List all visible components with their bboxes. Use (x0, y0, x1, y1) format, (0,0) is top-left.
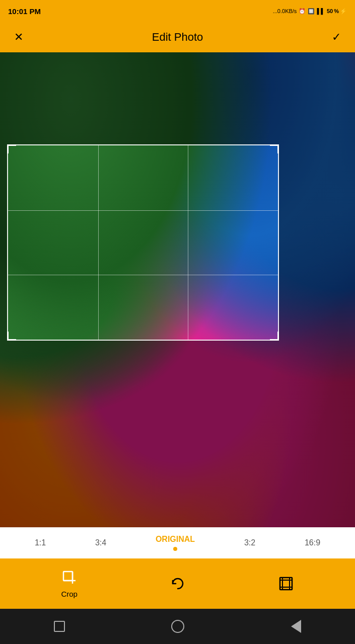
alarm-icon: ⏰ (299, 8, 306, 15)
phone-shell: 10:01 PM ...0.0KB/s ⏰ 🔲 ▌▌ 50 % ⚡ ✕ Edit… (0, 0, 355, 644)
overlay-bottom (0, 341, 355, 527)
rotate-icon (170, 576, 186, 592)
crop-icon (61, 570, 78, 586)
crop-tool-button[interactable]: Crop (51, 566, 88, 602)
tool-bar: Crop (0, 558, 355, 609)
status-time: 10:01 PM (8, 7, 41, 16)
svg-rect-4 (282, 580, 290, 587)
nav-home-icon (171, 620, 184, 633)
nav-bar (0, 609, 355, 644)
aspect-ratio-bar: 1:1 3:4 ORIGINAL 3:2 16:9 (0, 527, 355, 558)
sim-icon: 🔲 (308, 8, 315, 15)
app-bar: ✕ Edit Photo ✓ (0, 22, 355, 52)
network-speed: ...0.0KB/s (273, 8, 297, 14)
bottom-panel: 1:1 3:4 ORIGINAL 3:2 16:9 (0, 527, 355, 609)
photo-area (0, 52, 355, 527)
aspect-option-original[interactable]: ORIGINAL (150, 531, 201, 555)
status-bar: 10:01 PM ...0.0KB/s ⏰ 🔲 ▌▌ 50 % ⚡ (0, 0, 355, 22)
overlay-right (279, 144, 355, 341)
nav-recent-button[interactable] (49, 616, 69, 636)
expand-tool-button[interactable] (268, 572, 304, 596)
aspect-option-1-1[interactable]: 1:1 (29, 534, 52, 551)
nav-home-button[interactable] (168, 616, 188, 636)
crop-tool-label: Crop (61, 590, 78, 598)
svg-rect-0 (63, 572, 73, 581)
svg-rect-3 (280, 578, 292, 590)
page-title: Edit Photo (152, 31, 203, 44)
battery-icon: 50 % ⚡ (327, 8, 347, 15)
aspect-label-3-4: 3:4 (95, 538, 106, 547)
rotate-tool-button[interactable] (160, 572, 196, 596)
aspect-label-1-1: 1:1 (35, 538, 46, 547)
expand-icon (278, 576, 294, 592)
status-icons: ...0.0KB/s ⏰ 🔲 ▌▌ 50 % ⚡ (273, 8, 347, 15)
aspect-label-original: ORIGINAL (156, 535, 195, 544)
signal-icon: ▌▌ (317, 8, 325, 14)
nav-back-button[interactable] (286, 616, 306, 636)
nav-recent-icon (54, 621, 65, 632)
overlay-top (0, 52, 355, 144)
aspect-active-dot (173, 547, 177, 551)
aspect-label-16-9: 16:9 (305, 538, 320, 547)
aspect-label-3-2: 3:2 (244, 538, 255, 547)
aspect-option-3-4[interactable]: 3:4 (89, 534, 112, 551)
aspect-option-16-9[interactable]: 16:9 (299, 534, 326, 551)
overlay-left (0, 144, 7, 341)
confirm-button[interactable]: ✓ (328, 27, 345, 48)
close-button[interactable]: ✕ (10, 27, 27, 48)
nav-back-icon (291, 620, 301, 633)
aspect-option-3-2[interactable]: 3:2 (238, 534, 261, 551)
